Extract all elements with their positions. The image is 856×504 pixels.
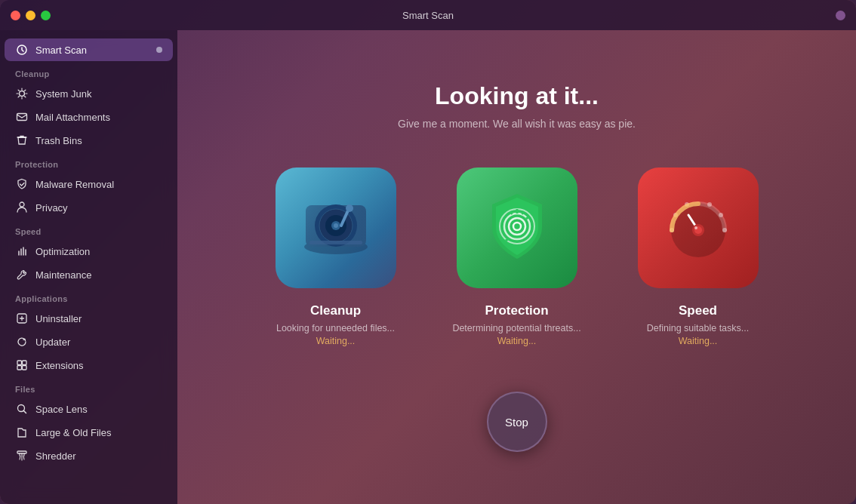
- svg-point-22: [346, 204, 353, 212]
- svg-point-38: [694, 226, 697, 229]
- cleanup-icon-container: [276, 167, 396, 288]
- sidebar: Smart Scan Cleanup System Junk: [0, 30, 177, 504]
- large-old-files-icon: [15, 426, 29, 439]
- svg-rect-9: [23, 361, 27, 365]
- svg-rect-8: [17, 361, 22, 365]
- smart-scan-icon: [15, 43, 29, 57]
- cleanup-card-status: Looking for unneeded files...: [276, 323, 395, 333]
- maintenance-label: Maintenance: [35, 269, 91, 281]
- system-junk-icon: [15, 87, 29, 100]
- sidebar-item-uninstaller[interactable]: Uninstaller: [5, 307, 173, 330]
- extensions-icon: [15, 358, 29, 372]
- sidebar-item-mail-attachments[interactable]: Mail Attachments: [5, 106, 173, 128]
- sidebar-item-optimization[interactable]: Optimization: [5, 240, 173, 263]
- protection-card-status: Determining potential threats...: [452, 323, 580, 333]
- smart-scan-active-dot: [156, 47, 162, 53]
- scan-cards: Cleanup Looking for unneeded files... Wa…: [268, 167, 766, 346]
- protection-card: Protection Determining potential threats…: [449, 167, 585, 346]
- sidebar-item-smart-scan[interactable]: Smart Scan: [5, 38, 173, 61]
- subheadline: Give me a moment. We all wish it was eas…: [398, 118, 636, 130]
- sidebar-item-malware-removal[interactable]: Malware Removal: [5, 173, 173, 195]
- sidebar-item-system-junk[interactable]: System Junk: [5, 82, 173, 105]
- cleanup-card-title: Cleanup: [310, 303, 361, 318]
- speed-card-waiting: Waiting...: [679, 336, 718, 346]
- app-window: Smart Scan Smart Scan Cleanup: [0, 0, 856, 504]
- headline: Looking at it...: [435, 82, 599, 110]
- sidebar-item-shredder[interactable]: Shredder: [5, 444, 173, 467]
- main-layout: Smart Scan Cleanup System Junk: [0, 30, 856, 504]
- speed-icon-container: [638, 167, 759, 288]
- section-cleanup-label: Cleanup: [0, 62, 177, 81]
- svg-point-21: [334, 223, 338, 228]
- space-lens-icon: [15, 402, 29, 416]
- minimize-button[interactable]: [26, 11, 35, 20]
- updater-icon: [15, 335, 29, 349]
- optimization-icon: [15, 244, 29, 258]
- content-area: Looking at it... Give me a moment. We al…: [177, 30, 856, 504]
- privacy-icon: [15, 201, 29, 214]
- optimization-label: Optimization: [35, 246, 90, 257]
- uninstaller-icon: [15, 312, 29, 325]
- section-applications-label: Applications: [0, 287, 177, 306]
- malware-removal-label: Malware Removal: [35, 179, 114, 190]
- protection-card-title: Protection: [485, 303, 548, 318]
- updater-label: Updater: [35, 337, 70, 348]
- sidebar-item-updater[interactable]: Updater: [5, 330, 173, 353]
- space-lens-label: Space Lens: [35, 404, 88, 415]
- speed-card-title: Speed: [679, 303, 717, 318]
- system-junk-label: System Junk: [35, 88, 91, 100]
- shredder-label: Shredder: [35, 450, 75, 462]
- uninstaller-label: Uninstaller: [35, 313, 82, 324]
- shredder-icon: [15, 449, 29, 463]
- section-protection-label: Protection: [0, 152, 177, 172]
- sidebar-item-privacy[interactable]: Privacy: [5, 196, 173, 219]
- section-files-label: Files: [0, 377, 177, 397]
- trash-bins-label: Trash Bins: [35, 135, 82, 146]
- sidebar-item-space-lens[interactable]: Space Lens: [5, 398, 173, 420]
- speed-card: Speed Defining suitable tasks... Waiting…: [630, 167, 766, 346]
- sidebar-item-maintenance[interactable]: Maintenance: [5, 263, 173, 286]
- cleanup-card: Cleanup Looking for unneeded files... Wa…: [268, 167, 404, 346]
- close-button[interactable]: [11, 11, 20, 20]
- protection-icon-container: [457, 167, 577, 288]
- sidebar-item-large-old-files[interactable]: Large & Old Files: [5, 421, 173, 444]
- speed-card-status: Defining suitable tasks...: [647, 323, 750, 333]
- trash-bins-icon: [15, 134, 29, 147]
- traffic-lights: [11, 11, 51, 20]
- mail-attachments-label: Mail Attachments: [35, 112, 110, 123]
- svg-point-1: [20, 91, 25, 97]
- svg-rect-11: [23, 366, 27, 370]
- stop-button[interactable]: Stop: [487, 392, 547, 452]
- sidebar-item-trash-bins[interactable]: Trash Bins: [5, 129, 173, 152]
- title-bar: Smart Scan: [0, 0, 856, 30]
- mail-attachments-icon: [15, 110, 29, 124]
- svg-rect-10: [17, 366, 22, 370]
- section-speed-label: Speed: [0, 220, 177, 239]
- maximize-button[interactable]: [41, 11, 51, 20]
- privacy-label: Privacy: [35, 202, 68, 214]
- malware-removal-icon: [15, 177, 29, 191]
- maintenance-icon: [15, 268, 29, 281]
- extensions-label: Extensions: [35, 360, 84, 371]
- protection-card-waiting: Waiting...: [497, 336, 537, 346]
- window-title: Smart Scan: [402, 10, 454, 21]
- sidebar-item-extensions[interactable]: Extensions: [5, 354, 173, 376]
- svg-rect-23: [309, 241, 362, 244]
- smart-scan-label: Smart Scan: [35, 45, 87, 56]
- svg-rect-2: [17, 114, 27, 121]
- large-old-files-label: Large & Old Files: [35, 427, 111, 438]
- title-bar-dot: [836, 11, 845, 20]
- cleanup-card-waiting: Waiting...: [316, 336, 356, 346]
